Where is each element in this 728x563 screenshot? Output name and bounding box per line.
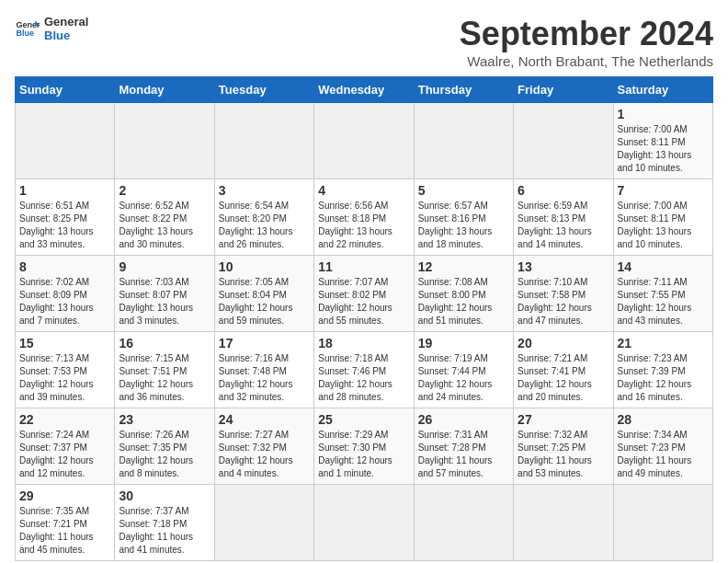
day-info: Sunrise: 6:56 AM Sunset: 8:18 PM Dayligh… <box>318 200 409 251</box>
calendar-cell: 28Sunrise: 7:34 AM Sunset: 7:23 PM Dayli… <box>613 408 712 485</box>
day-number: 29 <box>19 488 110 503</box>
month-title: September 2024 <box>460 15 713 53</box>
calendar-cell: 7Sunrise: 7:00 AM Sunset: 8:11 PM Daylig… <box>613 179 712 256</box>
calendar-cell: 18Sunrise: 7:18 AM Sunset: 7:46 PM Dayli… <box>314 332 414 408</box>
day-info: Sunrise: 7:11 AM Sunset: 7:55 PM Dayligh… <box>618 276 709 327</box>
day-number: 18 <box>318 336 409 350</box>
calendar-cell: 21Sunrise: 7:23 AM Sunset: 7:39 PM Dayli… <box>613 332 712 408</box>
calendar-cell <box>314 485 414 561</box>
logo-icon: General Blue <box>15 16 40 41</box>
weekday-header-thursday: Thursday <box>414 77 513 103</box>
day-number: 2 <box>119 183 210 198</box>
day-info: Sunrise: 7:03 AM Sunset: 8:07 PM Dayligh… <box>119 276 210 327</box>
calendar-cell: 8Sunrise: 7:02 AM Sunset: 8:09 PM Daylig… <box>16 256 115 332</box>
calendar-cell: 17Sunrise: 7:16 AM Sunset: 7:48 PM Dayli… <box>214 332 313 408</box>
day-number: 7 <box>618 183 709 198</box>
day-info: Sunrise: 7:15 AM Sunset: 7:51 PM Dayligh… <box>119 352 210 404</box>
calendar-cell <box>16 103 115 179</box>
day-number: 16 <box>119 336 210 350</box>
day-number: 23 <box>119 412 210 427</box>
calendar-cell <box>514 485 613 561</box>
calendar-cell <box>414 103 513 179</box>
day-info: Sunrise: 6:59 AM Sunset: 8:13 PM Dayligh… <box>518 200 609 251</box>
day-info: Sunrise: 7:29 AM Sunset: 7:30 PM Dayligh… <box>318 429 409 480</box>
day-info: Sunrise: 7:07 AM Sunset: 8:02 PM Dayligh… <box>318 276 409 327</box>
day-info: Sunrise: 7:08 AM Sunset: 8:00 PM Dayligh… <box>418 276 509 327</box>
calendar-cell: 6Sunrise: 6:59 AM Sunset: 8:13 PM Daylig… <box>514 179 613 256</box>
location-subtitle: Waalre, North Brabant, The Netherlands <box>460 53 713 69</box>
calendar-cell: 1Sunrise: 6:51 AM Sunset: 8:25 PM Daylig… <box>16 179 115 256</box>
day-number: 21 <box>618 336 709 350</box>
calendar-cell <box>514 103 613 179</box>
calendar-cell: 13Sunrise: 7:10 AM Sunset: 7:58 PM Dayli… <box>514 256 613 332</box>
day-info: Sunrise: 7:23 AM Sunset: 7:39 PM Dayligh… <box>618 352 709 404</box>
day-number: 14 <box>618 259 709 274</box>
day-number: 10 <box>219 259 310 274</box>
day-number: 25 <box>318 412 409 427</box>
day-info: Sunrise: 7:00 AM Sunset: 8:11 PM Dayligh… <box>618 200 709 251</box>
day-number: 1 <box>618 107 709 121</box>
calendar-week-3: 8Sunrise: 7:02 AM Sunset: 8:09 PM Daylig… <box>16 256 713 332</box>
day-number: 9 <box>119 259 210 274</box>
calendar-cell <box>613 485 712 561</box>
day-number: 4 <box>318 183 409 198</box>
day-number: 5 <box>418 183 509 198</box>
calendar-cell: 14Sunrise: 7:11 AM Sunset: 7:55 PM Dayli… <box>613 256 712 332</box>
calendar-cell: 9Sunrise: 7:03 AM Sunset: 8:07 PM Daylig… <box>115 256 214 332</box>
day-info: Sunrise: 6:57 AM Sunset: 8:16 PM Dayligh… <box>418 200 509 251</box>
svg-text:Blue: Blue <box>16 29 34 38</box>
day-number: 15 <box>19 336 110 350</box>
day-number: 8 <box>19 259 110 274</box>
weekday-header-friday: Friday <box>514 77 613 103</box>
day-info: Sunrise: 6:52 AM Sunset: 8:22 PM Dayligh… <box>119 200 210 251</box>
calendar-cell: 16Sunrise: 7:15 AM Sunset: 7:51 PM Dayli… <box>115 332 214 408</box>
page-header: General Blue General Blue September 2024… <box>15 15 713 69</box>
weekday-header-sunday: Sunday <box>16 77 115 103</box>
day-info: Sunrise: 7:37 AM Sunset: 7:18 PM Dayligh… <box>119 505 210 557</box>
day-info: Sunrise: 6:51 AM Sunset: 8:25 PM Dayligh… <box>19 200 110 251</box>
weekday-header-monday: Monday <box>115 77 214 103</box>
day-info: Sunrise: 7:24 AM Sunset: 7:37 PM Dayligh… <box>19 429 110 480</box>
day-number: 24 <box>219 412 310 427</box>
calendar-cell: 27Sunrise: 7:32 AM Sunset: 7:25 PM Dayli… <box>514 408 613 485</box>
day-number: 19 <box>418 336 509 350</box>
calendar-table: SundayMondayTuesdayWednesdayThursdayFrid… <box>15 76 713 561</box>
calendar-cell: 26Sunrise: 7:31 AM Sunset: 7:28 PM Dayli… <box>414 408 513 485</box>
day-info: Sunrise: 7:05 AM Sunset: 8:04 PM Dayligh… <box>219 276 310 327</box>
day-number: 22 <box>19 412 110 427</box>
day-number: 26 <box>418 412 509 427</box>
day-number: 27 <box>518 412 609 427</box>
calendar-cell: 29Sunrise: 7:35 AM Sunset: 7:21 PM Dayli… <box>16 485 115 561</box>
day-info: Sunrise: 6:54 AM Sunset: 8:20 PM Dayligh… <box>219 200 310 251</box>
day-number: 3 <box>219 183 310 198</box>
calendar-cell: 10Sunrise: 7:05 AM Sunset: 8:04 PM Dayli… <box>214 256 313 332</box>
calendar-cell: 20Sunrise: 7:21 AM Sunset: 7:41 PM Dayli… <box>514 332 613 408</box>
calendar-cell: 15Sunrise: 7:13 AM Sunset: 7:53 PM Dayli… <box>16 332 115 408</box>
calendar-cell: 2Sunrise: 6:52 AM Sunset: 8:22 PM Daylig… <box>115 179 214 256</box>
calendar-cell: 1Sunrise: 7:00 AM Sunset: 8:11 PM Daylig… <box>613 103 712 179</box>
calendar-cell: 4Sunrise: 6:56 AM Sunset: 8:18 PM Daylig… <box>314 179 414 256</box>
day-info: Sunrise: 7:10 AM Sunset: 7:58 PM Dayligh… <box>518 276 609 327</box>
day-info: Sunrise: 7:35 AM Sunset: 7:21 PM Dayligh… <box>19 505 110 557</box>
calendar-cell <box>115 103 214 179</box>
calendar-cell <box>414 485 513 561</box>
title-block: September 2024 Waalre, North Brabant, Th… <box>460 15 713 69</box>
day-info: Sunrise: 7:18 AM Sunset: 7:46 PM Dayligh… <box>318 352 409 404</box>
logo-general-text: General <box>44 15 88 29</box>
calendar-cell: 19Sunrise: 7:19 AM Sunset: 7:44 PM Dayli… <box>414 332 513 408</box>
calendar-week-6: 29Sunrise: 7:35 AM Sunset: 7:21 PM Dayli… <box>16 485 713 561</box>
calendar-cell: 24Sunrise: 7:27 AM Sunset: 7:32 PM Dayli… <box>214 408 313 485</box>
logo-blue-text: Blue <box>44 29 88 42</box>
day-number: 17 <box>219 336 310 350</box>
weekday-header-saturday: Saturday <box>613 77 712 103</box>
day-number: 6 <box>518 183 609 198</box>
logo: General Blue General Blue <box>15 15 88 42</box>
calendar-cell: 22Sunrise: 7:24 AM Sunset: 7:37 PM Dayli… <box>16 408 115 485</box>
calendar-cell: 25Sunrise: 7:29 AM Sunset: 7:30 PM Dayli… <box>314 408 414 485</box>
weekday-header-tuesday: Tuesday <box>214 77 313 103</box>
weekday-header-row: SundayMondayTuesdayWednesdayThursdayFrid… <box>16 77 713 103</box>
calendar-cell: 12Sunrise: 7:08 AM Sunset: 8:00 PM Dayli… <box>414 256 513 332</box>
calendar-cell <box>214 103 313 179</box>
calendar-cell: 23Sunrise: 7:26 AM Sunset: 7:35 PM Dayli… <box>115 408 214 485</box>
day-number: 28 <box>618 412 709 427</box>
